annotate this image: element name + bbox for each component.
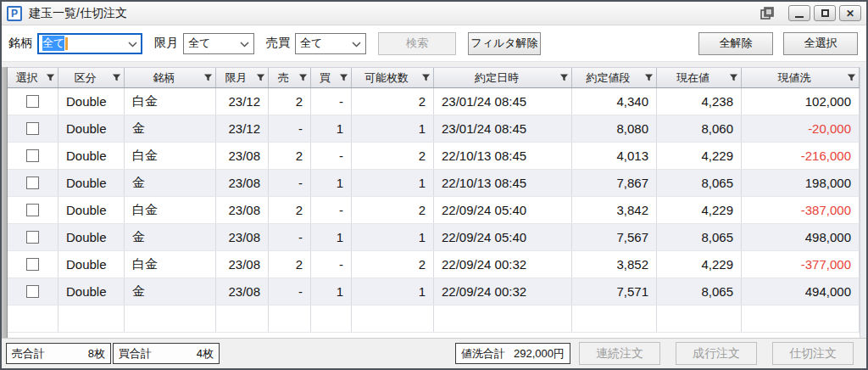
column-header-label: 現値洗: [778, 70, 811, 86]
clear-filter-button[interactable]: フィルタ解除: [468, 32, 541, 55]
cell-kubun: Double: [58, 115, 125, 142]
titlebar: P 建玉一覧/仕切注文 ✕: [2, 2, 866, 25]
column-header-select[interactable]: 選択: [8, 68, 58, 87]
minimize-icon: [795, 16, 804, 18]
filter-icon[interactable]: [298, 73, 308, 82]
cell-sell: 2: [269, 88, 311, 115]
cell-meigara: 金: [125, 170, 216, 196]
symbol-filter-combobox[interactable]: 全て: [37, 33, 142, 54]
cell-qty: 2: [352, 197, 434, 223]
cell-meigara: 金: [125, 278, 216, 305]
filter-icon[interactable]: [112, 73, 121, 82]
cell-select: [8, 197, 58, 223]
filter-icon[interactable]: [559, 73, 569, 82]
table-row[interactable]: Double白金23/082-222/10/13 08:454,0134,229…: [8, 143, 860, 170]
row-select-checkbox[interactable]: [26, 122, 39, 135]
table-row[interactable]: Double金23/08-1122/09/24 00:327,5718,0654…: [8, 278, 860, 306]
table-row[interactable]: Double金23/08-1122/10/13 08:457,8678,0651…: [8, 170, 860, 197]
column-header-sell[interactable]: 売: [269, 68, 311, 87]
popout-window-icon[interactable]: [758, 5, 776, 22]
column-header-meigara[interactable]: 銘柄: [125, 68, 216, 87]
symbol-filter-value: 全て: [42, 36, 64, 51]
filter-icon[interactable]: [644, 73, 654, 82]
cell-kubun: Double: [58, 224, 125, 250]
cell-select: [8, 306, 58, 332]
cell-qty: 2: [352, 88, 434, 115]
cell-select: [8, 115, 58, 142]
column-header-price[interactable]: 約定値段: [572, 68, 657, 87]
cell-meigara: 白金: [125, 197, 216, 223]
cell-datetime: 23/01/24 08:45: [434, 88, 572, 115]
cell-gengetsu: 23/08: [216, 278, 269, 305]
filter-icon[interactable]: [203, 73, 213, 82]
cell-kubun: Double: [58, 143, 125, 169]
row-select-checkbox[interactable]: [26, 285, 39, 298]
cell-datetime: 22/09/24 05:40: [434, 197, 572, 223]
close-button[interactable]: ✕: [839, 5, 861, 21]
cell-current: 4,229: [657, 197, 742, 223]
cell-kubun: Double: [58, 88, 125, 115]
filter-icon[interactable]: [421, 73, 431, 82]
chevron-down-icon[interactable]: [235, 37, 249, 50]
cell-current: 4,229: [657, 251, 742, 278]
row-select-checkbox[interactable]: [26, 258, 39, 271]
row-select-checkbox[interactable]: [26, 177, 39, 189]
column-header-qty[interactable]: 可能枚数: [352, 68, 434, 87]
cell-gengetsu: 23/08: [216, 197, 269, 223]
cell-wash: 198,000: [742, 170, 860, 196]
minimize-button[interactable]: [788, 5, 810, 21]
column-header-datetime[interactable]: 約定日時: [434, 68, 572, 87]
month-filter-combobox[interactable]: 全て: [183, 33, 254, 54]
column-header-label: 約定値段: [587, 70, 631, 86]
table-row[interactable]: Double白金23/122-223/01/24 08:454,3404,238…: [8, 88, 860, 115]
filter-icon[interactable]: [46, 73, 55, 82]
cell-price: 7,867: [572, 170, 657, 196]
chevron-down-icon[interactable]: [347, 37, 361, 50]
row-select-checkbox[interactable]: [26, 95, 39, 108]
cell-gengetsu: [216, 306, 269, 332]
cell-datetime: [434, 306, 572, 332]
cell-qty: 2: [352, 251, 434, 278]
column-header-label: 約定日時: [475, 70, 519, 86]
cell-buy: -: [311, 251, 352, 278]
chevron-down-icon[interactable]: [123, 37, 137, 50]
table-header-row: 選択区分銘柄限月売買可能枚数約定日時約定値段現在値現値洗: [8, 67, 860, 88]
filter-icon[interactable]: [339, 73, 348, 82]
column-header-buy[interactable]: 買: [311, 68, 352, 87]
side-filter-combobox[interactable]: 全て: [295, 33, 366, 54]
cell-gengetsu: 23/08: [216, 251, 269, 278]
cell-buy: 1: [311, 224, 352, 250]
cell-select: [8, 143, 58, 169]
column-header-current[interactable]: 現在値: [657, 68, 742, 87]
filter-icon[interactable]: [847, 73, 856, 82]
column-header-kubun[interactable]: 区分: [58, 68, 125, 87]
search-button[interactable]: 検索: [378, 32, 456, 55]
cell-buy: -: [311, 88, 352, 115]
table-row[interactable]: Double白金23/082-222/09/24 05:403,8424,229…: [8, 197, 860, 224]
symbol-filter-label: 銘柄: [8, 36, 32, 51]
deselect-all-button[interactable]: 全解除: [698, 32, 773, 55]
continuous-order-button[interactable]: 連続注文: [579, 342, 660, 365]
row-select-checkbox[interactable]: [26, 231, 39, 244]
column-header-wash[interactable]: 現値洗: [742, 68, 860, 87]
cell-sell: [269, 306, 311, 332]
select-all-button[interactable]: 全選択: [783, 32, 858, 55]
filter-icon[interactable]: [256, 73, 265, 82]
scrollbar-track[interactable]: [860, 67, 866, 338]
settlement-order-button[interactable]: 仕切注文: [772, 342, 854, 365]
column-header-gengetsu[interactable]: 限月: [216, 68, 269, 87]
table-row[interactable]: Double金23/12-1123/01/24 08:458,0808,060-…: [8, 115, 860, 143]
cell-price: 4,340: [572, 88, 657, 115]
market-order-button[interactable]: 成行注文: [676, 342, 757, 365]
row-select-checkbox[interactable]: [26, 204, 39, 216]
cell-current: 8,060: [657, 115, 742, 142]
row-select-checkbox[interactable]: [26, 149, 39, 162]
table-row[interactable]: Double白金23/082-222/09/24 00:323,8524,229…: [8, 251, 860, 278]
positions-grid: 選択区分銘柄限月売買可能枚数約定日時約定値段現在値現値洗Double白金23/1…: [8, 67, 860, 338]
cell-current: [657, 306, 742, 332]
cell-select: [8, 224, 58, 250]
table-row[interactable]: Double金23/08-1122/09/24 05:407,5678,0654…: [8, 224, 860, 251]
filter-icon[interactable]: [729, 73, 738, 82]
maximize-button[interactable]: [814, 5, 836, 21]
cell-select: [8, 170, 58, 196]
